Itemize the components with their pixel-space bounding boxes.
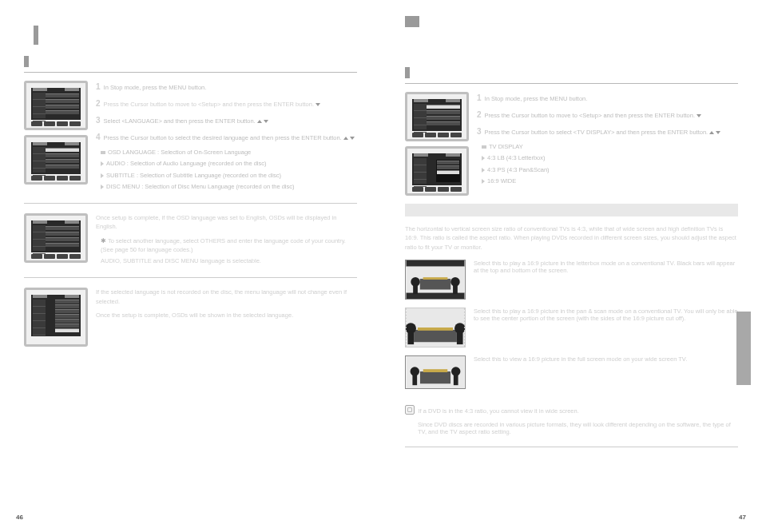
section-rule: [405, 83, 738, 84]
scene-text: Select this to play a 16:9 picture in th…: [474, 308, 738, 355]
asterisk-icon: ✱: [101, 237, 106, 244]
note-text: To select another language, select OTHER…: [101, 237, 346, 253]
cursor-down-icon: [264, 120, 268, 123]
step-block-2: Once setup is complete, if the OSD langu…: [24, 213, 357, 268]
step-block-1: 1In Stop mode, press the MENU button. 2P…: [24, 81, 357, 193]
step-num: 4: [96, 133, 101, 141]
bullet-text: OSD LANGUAGE : Selection of On-Screen La…: [108, 149, 251, 156]
divider: [24, 277, 357, 278]
svg-rect-22: [412, 375, 417, 385]
arrow-right-icon: [101, 185, 104, 189]
aspect-row-43lb: Select this to play a 16:9 picture in th…: [405, 260, 738, 308]
tv-display-thumb: [405, 146, 469, 196]
svg-rect-19: [420, 371, 450, 383]
step-text: In Stop mode, press the MENU button.: [485, 95, 588, 102]
step-num: 1: [96, 82, 101, 91]
cursor-up-icon: [709, 131, 714, 134]
body-text: Once setup is complete, if the OSD langu…: [96, 213, 357, 232]
step-num: 3: [477, 127, 482, 136]
language-list-thumb: [24, 288, 88, 347]
section-rule: [24, 72, 357, 73]
side-tab-settings: [736, 312, 751, 385]
step-num: 2: [477, 110, 482, 119]
bullet-text: 16:9 WIDE: [487, 177, 516, 185]
step-text: Press the Cursor button to select <TV DI…: [485, 129, 708, 136]
setup-menu-thumb-1: [24, 81, 88, 130]
bullet-text: 4:3 LB (4:3 Letterbox): [487, 154, 546, 161]
scene-wide: [405, 355, 466, 389]
arrow-right-icon: [101, 173, 104, 178]
aspect-row-wide: Select this to view a 16:9 picture in th…: [405, 355, 738, 397]
svg-rect-20: [423, 369, 447, 372]
cursor-down-icon: [350, 137, 355, 140]
svg-rect-3: [420, 279, 450, 289]
page-number: 47: [739, 514, 746, 521]
subsection-strip: [405, 204, 738, 216]
scene-text: Select this to play a 16:9 picture in th…: [474, 260, 738, 308]
bullet-text: 4:3 PS (4:3 Pan&Scan): [487, 166, 550, 173]
cursor-up-icon: [343, 137, 348, 140]
note-sub: AUDIO, SUBTITLE and DISC MENU language i…: [96, 256, 357, 265]
step-block-3: If the selected language is not recorded…: [24, 288, 357, 347]
svg-rect-15: [457, 332, 463, 344]
step-num: 2: [96, 99, 101, 108]
note-icon: [405, 405, 415, 415]
svg-rect-6: [413, 284, 418, 294]
body-text: If the selected language is not recorded…: [96, 288, 357, 306]
bullet-text: SUBTITLE : Selection of Subtitle Languag…: [106, 172, 281, 179]
arrow-right-icon: [101, 161, 104, 166]
cursor-up-icon: [257, 120, 262, 123]
bullet-text: TV DISPLAY: [489, 143, 523, 150]
step-text: Select <LANGUAGE> and then press the ENT…: [104, 117, 256, 125]
svg-point-12: [406, 323, 416, 333]
bullet-text: AUDIO : Selection of Audio Language (rec…: [106, 160, 267, 167]
svg-rect-8: [453, 284, 458, 294]
arrow-right-icon: [482, 179, 485, 184]
page-number: 46: [16, 514, 23, 521]
svg-rect-4: [423, 277, 448, 280]
cursor-down-icon: [697, 114, 701, 117]
cursor-down-icon: [316, 103, 320, 106]
cursor-down-icon: [716, 131, 720, 134]
step-text: In Stop mode, press the MENU button.: [104, 84, 207, 91]
aspect-row-43ps: Select this to play a 16:9 picture in th…: [405, 308, 738, 355]
svg-rect-13: [407, 332, 414, 344]
arrow-right-icon: [482, 156, 485, 161]
svg-rect-11: [418, 328, 453, 331]
setup-menu-thumb-1: [405, 92, 469, 141]
divider: [24, 203, 357, 204]
arrow-right-icon: [482, 168, 485, 173]
svg-rect-24: [454, 375, 458, 385]
section-header: [24, 56, 357, 67]
note-text: Since DVD discs are recorded in various …: [405, 421, 738, 435]
language-menu-thumb: [24, 213, 88, 263]
scene-43ps: [405, 308, 466, 347]
note-text: If a DVD is in the 4:3 ratio, you cannot…: [418, 407, 578, 415]
page-chapter-mark: [34, 26, 38, 45]
step-num: 1: [477, 93, 482, 102]
step-text: Press the Cursor button to select the de…: [104, 134, 342, 141]
bullet-text: DISC MENU : Selection of Disc Menu Langu…: [106, 183, 295, 190]
section-header: [405, 67, 738, 78]
svg-point-14: [454, 323, 465, 333]
step-text: Press the Cursor button to move to <Setu…: [104, 101, 321, 108]
scene-text: Select this to view a 16:9 picture in th…: [474, 355, 738, 397]
svg-rect-0: [407, 260, 465, 267]
svg-rect-10: [414, 330, 457, 342]
setup-menu-thumb-2: [24, 135, 88, 185]
page-corner-mark: [405, 16, 419, 27]
body-text: The horizontal to vertical screen size r…: [405, 224, 738, 252]
scene-43lb: [405, 260, 466, 300]
step-block-1: 1In Stop mode, press the MENU button. 2P…: [405, 92, 738, 196]
step-num: 3: [96, 116, 101, 125]
step-text: Press the Cursor button to move to <Setu…: [485, 112, 695, 119]
divider: [405, 447, 738, 447]
body-text: Once the setup is complete, OSDs will be…: [96, 311, 357, 320]
